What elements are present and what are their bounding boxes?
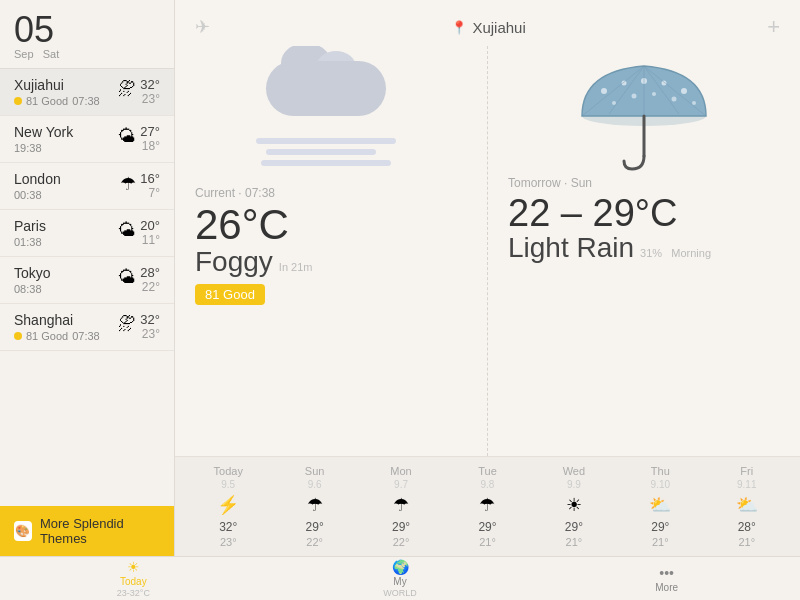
svg-point-9 — [672, 97, 677, 102]
city-item-xujiahui[interactable]: Xujiahui 81 Good07:38 ⛈ 32° 23° — [0, 69, 174, 116]
city-weather-icon: 🌤 — [118, 220, 136, 241]
city-low-temp: 22° — [140, 280, 160, 294]
current-weather-panel: Current · 07:38 26°C Foggy In 21m 81 Goo… — [175, 46, 488, 456]
forecast-weather-icon: ⚡ — [217, 494, 239, 516]
bottom-tab-more[interactable]: ••• More — [533, 557, 800, 600]
city-high-temp: 32° — [140, 77, 160, 92]
svg-point-7 — [632, 94, 637, 99]
city-item-new-york[interactable]: New York 19:38 🌤 27° 18° — [0, 116, 174, 163]
umbrella-illustration — [564, 56, 724, 176]
forecast-day-wed: Wed 9.9 ☀ 29° 21° — [531, 459, 617, 554]
forecast-day-fri: Fri 9.11 ⛅ 28° 21° — [704, 459, 790, 554]
add-city-button[interactable]: + — [767, 16, 780, 38]
forecast-day-tue: Tue 9.8 ☂ 29° 21° — [444, 459, 530, 554]
tomorrow-sub: 31% Morning — [640, 247, 711, 259]
city-aqi: 81 Good — [26, 330, 68, 342]
forecast-day-num: 9.5 — [221, 479, 235, 490]
city-name: London — [14, 171, 160, 187]
forecast-day-thu: Thu 9.10 ⛅ 29° 21° — [617, 459, 703, 554]
pin-icon: 📍 — [451, 20, 467, 35]
forecast-low-temp: 23° — [220, 536, 237, 548]
tab-label: My — [393, 576, 406, 587]
tomorrow-label: Tomorrow · Sun — [508, 176, 592, 190]
tab-icon: ☀ — [127, 559, 140, 575]
forecast-weather-icon: ⛅ — [736, 494, 758, 516]
forecast-bar: Today 9.5 ⚡ 32° 23° Sun 9.6 ☂ 29° 22° Mo… — [175, 456, 800, 556]
city-low-temp: 23° — [140, 327, 160, 341]
forecast-day-name: Thu — [651, 465, 670, 477]
city-meta: 08:38 — [14, 283, 160, 295]
tab-icon: ••• — [659, 565, 674, 581]
svg-point-10 — [692, 101, 696, 105]
city-list: Xujiahui 81 Good07:38 ⛈ 32° 23° New York… — [0, 69, 174, 506]
city-low-temp: 7° — [140, 186, 160, 200]
forecast-day-sun: Sun 9.6 ☂ 29° 22° — [271, 459, 357, 554]
bottom-tab-today[interactable]: ☀ Today 23-32°C — [0, 557, 267, 600]
city-name: New York — [14, 124, 160, 140]
forecast-day-mon: Mon 9.7 ☂ 29° 22° — [358, 459, 444, 554]
city-high-temp: 28° — [140, 265, 160, 280]
city-item-paris[interactable]: Paris 01:38 🌤 20° 11° — [0, 210, 174, 257]
main-header: ✈ 📍 Xujiahui + — [175, 0, 800, 46]
umbrella-svg — [574, 61, 714, 171]
forecast-high-temp: 29° — [392, 520, 410, 534]
svg-point-4 — [662, 81, 667, 86]
svg-point-6 — [612, 101, 616, 105]
aqi-dot — [14, 97, 22, 105]
city-meta: 00:38 — [14, 189, 160, 201]
back-button[interactable]: ✈ — [195, 16, 210, 38]
city-low-temp: 18° — [140, 139, 160, 153]
forecast-day-name: Fri — [740, 465, 753, 477]
fog-cloud — [256, 61, 406, 171]
tab-sublabel: WORLD — [383, 588, 417, 598]
city-weather-icon: 🌤 — [118, 126, 136, 147]
city-weather-icon: ⛈ — [118, 79, 136, 100]
forecast-day-name: Tue — [478, 465, 497, 477]
more-themes-button[interactable]: 🎨 More Splendid Themes — [0, 506, 174, 556]
condition-sub: In 21m — [279, 261, 313, 273]
fog-illustration — [251, 56, 411, 176]
city-high-temp: 32° — [140, 312, 160, 327]
forecast-day-num: 9.10 — [651, 479, 670, 490]
date-info: Sep Sat — [14, 48, 160, 60]
forecast-day-num: 9.9 — [567, 479, 581, 490]
city-temps: 27° 18° — [140, 124, 160, 153]
city-temps: 20° 11° — [140, 218, 160, 247]
svg-point-8 — [652, 92, 656, 96]
city-time: 07:38 — [72, 95, 100, 107]
city-weather-icon: ☂ — [120, 173, 136, 195]
city-item-london[interactable]: London 00:38 ☂ 16° 7° — [0, 163, 174, 210]
forecast-low-temp: 21° — [566, 536, 583, 548]
forecast-low-temp: 22° — [393, 536, 410, 548]
city-temps: 28° 22° — [140, 265, 160, 294]
fog-line-1 — [256, 138, 396, 144]
city-time: 08:38 — [14, 283, 42, 295]
forecast-weather-icon: ⛅ — [649, 494, 671, 516]
bottom-bar: ☀ Today 23-32°C 🌍 My WORLD ••• More — [0, 556, 800, 600]
forecast-low-temp: 21° — [738, 536, 755, 548]
forecast-day-num: 9.7 — [394, 479, 408, 490]
city-time: 00:38 — [14, 189, 42, 201]
tab-label: More — [655, 582, 678, 593]
tomorrow-temp: 22 – 29°C — [508, 194, 677, 232]
forecast-high-temp: 28° — [738, 520, 756, 534]
forecast-weather-icon: ☀ — [566, 494, 582, 516]
tab-icon: 🌍 — [392, 559, 409, 575]
more-themes-label: More Splendid Themes — [40, 516, 160, 546]
forecast-high-temp: 29° — [306, 520, 324, 534]
city-name: Tokyo — [14, 265, 160, 281]
city-name: Paris — [14, 218, 160, 234]
current-condition: Foggy In 21m — [195, 246, 312, 278]
bottom-tab-my[interactable]: 🌍 My WORLD — [267, 557, 534, 600]
forecast-day-name: Today — [214, 465, 243, 477]
city-item-shanghai[interactable]: Shanghai 81 Good07:38 ⛈ 32° 23° — [0, 304, 174, 351]
forecast-weather-icon: ☂ — [479, 494, 495, 516]
themes-icon: 🎨 — [14, 521, 32, 541]
city-temps: 32° 23° — [140, 312, 160, 341]
forecast-day-num: 9.8 — [481, 479, 495, 490]
svg-point-5 — [681, 88, 687, 94]
city-item-tokyo[interactable]: Tokyo 08:38 🌤 28° 22° — [0, 257, 174, 304]
tomorrow-condition: Light Rain 31% Morning — [508, 232, 711, 264]
city-name-label: Xujiahui — [472, 19, 525, 36]
city-title: 📍 Xujiahui — [451, 19, 525, 36]
